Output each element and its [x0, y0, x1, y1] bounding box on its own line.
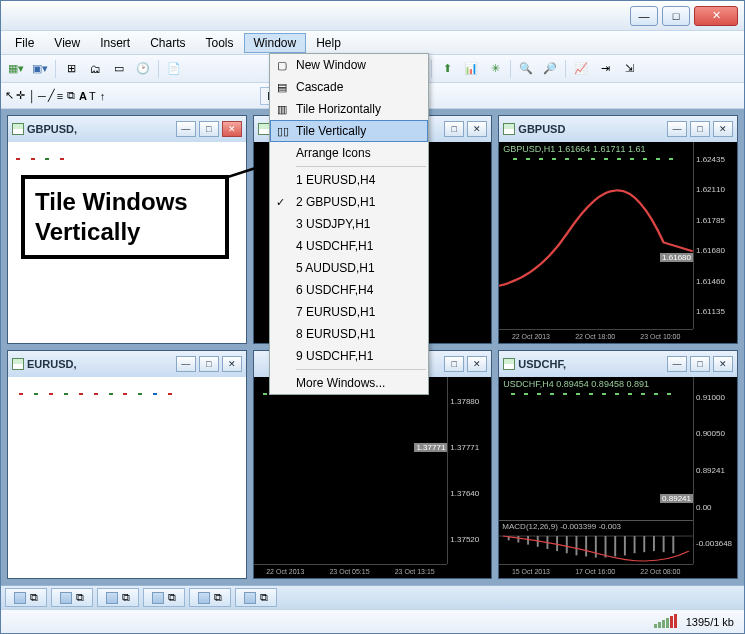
window-minimize-button[interactable]: —	[630, 6, 658, 26]
label-icon[interactable]: T	[89, 90, 96, 102]
market-watch-icon[interactable]: ⊞	[60, 59, 82, 79]
chart-max-button[interactable]: □	[199, 121, 219, 137]
window-tab[interactable]: ⧉	[235, 588, 277, 607]
tab-restore-icon: ⧉	[76, 591, 84, 604]
menu-cascade[interactable]: ▤Cascade	[270, 76, 428, 98]
menu-view[interactable]: View	[44, 33, 90, 53]
menu-window-7[interactable]: 7 EURUSD,H1	[270, 301, 428, 323]
chart-shift-icon[interactable]: ⇲	[618, 59, 640, 79]
menu-window-3[interactable]: 3 USDJPY,H1	[270, 213, 428, 235]
trendline-icon[interactable]: ╱	[48, 89, 55, 102]
window-tab[interactable]: ⧉	[97, 588, 139, 607]
window-tab[interactable]: ⧉	[143, 588, 185, 607]
chart-max-button[interactable]: □	[690, 356, 710, 372]
chart-canvas[interactable]	[8, 377, 246, 578]
indicator-icon-2[interactable]: 📊	[460, 59, 482, 79]
chart-min-button[interactable]: —	[667, 356, 687, 372]
chart-type-icon[interactable]: 📈	[570, 59, 592, 79]
menu-help[interactable]: Help	[306, 33, 351, 53]
chart-max-button[interactable]: □	[444, 121, 464, 137]
window-close-button[interactable]: ✕	[694, 6, 738, 26]
profiles-icon[interactable]: ▣▾	[29, 59, 51, 79]
time-axis: 15 Oct 201317 Oct 16:0022 Oct 08:00	[499, 564, 693, 578]
titlebar: — □ ✕	[1, 1, 744, 31]
auto-scroll-icon[interactable]: ⇥	[594, 59, 616, 79]
tab-restore-icon: ⧉	[168, 591, 176, 604]
window-maximize-button[interactable]: □	[662, 6, 690, 26]
menu-window-9[interactable]: 9 USDCHF,H1	[270, 345, 428, 367]
terminal-icon[interactable]: ▭	[108, 59, 130, 79]
macd-panel: MACD(12,26,9) -0.003399 -0.003	[499, 520, 693, 564]
tile-v-icon: ▯▯	[275, 123, 291, 139]
navigator-icon[interactable]: 🗂	[84, 59, 106, 79]
menu-arrange-icons[interactable]: Arrange Icons	[270, 142, 428, 164]
chart-titlebar[interactable]: GBPUSD — □ ✕	[499, 116, 737, 142]
chart-titlebar[interactable]: GBPUSD, — □ ✕	[8, 116, 246, 142]
tile-h-icon: ▥	[274, 101, 290, 117]
window-tab[interactable]: ⧉	[51, 588, 93, 607]
chart-icon	[258, 123, 270, 135]
tab-icon	[14, 592, 26, 604]
chart-max-button[interactable]: □	[199, 356, 219, 372]
chart-window-usdchf: USDCHF, — □ ✕ USDCHF,H4 0.89454 0.89458 …	[498, 350, 738, 579]
zoom-out-icon[interactable]: 🔎	[539, 59, 561, 79]
vline-icon[interactable]: │	[29, 90, 36, 102]
menu-window-2[interactable]: ✓2 GBPUSD,H1	[270, 191, 428, 213]
indicator-icon-1[interactable]: ⬆	[436, 59, 458, 79]
menu-charts[interactable]: Charts	[140, 33, 195, 53]
new-chart-icon[interactable]: ▦▾	[5, 59, 27, 79]
chart-close-button[interactable]: ✕	[222, 356, 242, 372]
menu-tile-horizontally[interactable]: ▥Tile Horizontally	[270, 98, 428, 120]
network-traffic-label: 1395/1 kb	[686, 616, 734, 628]
menu-window-4[interactable]: 4 USDCHF,H1	[270, 235, 428, 257]
chart-max-button[interactable]: □	[444, 356, 464, 372]
chart-canvas[interactable]: 1.378801.377711.376401.37520 1.37771 22 …	[254, 377, 492, 578]
menu-window-6[interactable]: 6 USDCHF,H4	[270, 279, 428, 301]
menu-separator	[296, 369, 426, 370]
chart-title: EURUSD,	[27, 358, 173, 370]
channel-icon[interactable]: ≡	[57, 90, 63, 102]
price-scale: 1.624351.621101.617851.616801.614601.611…	[693, 142, 737, 329]
price-scale: 0.910000.900500.892410.00-0.003648	[693, 377, 737, 564]
tab-icon	[198, 592, 210, 604]
strategy-tester-icon[interactable]: 🕑	[132, 59, 154, 79]
menu-window-5[interactable]: 5 AUDUSD,H1	[270, 257, 428, 279]
window-tab[interactable]: ⧉	[189, 588, 231, 607]
menu-tile-vertically[interactable]: ▯▯Tile Vertically	[270, 120, 428, 142]
indicator-icon-3[interactable]: ✳	[484, 59, 506, 79]
chart-canvas[interactable]: USDCHF,H4 0.89454 0.89458 0.891 0.910000…	[499, 377, 737, 578]
chart-canvas[interactable]: GBPUSD,H1 1.61664 1.61711 1.61 1.624351.…	[499, 142, 737, 343]
chart-titlebar[interactable]: EURUSD, — □ ✕	[8, 351, 246, 377]
menu-window-1[interactable]: 1 EURUSD,H4	[270, 169, 428, 191]
menu-new-window[interactable]: ▢New Window	[270, 54, 428, 76]
chart-min-button[interactable]: —	[176, 356, 196, 372]
menu-tools[interactable]: Tools	[196, 33, 244, 53]
crosshair-icon[interactable]: ✛	[16, 89, 25, 102]
chart-close-button[interactable]: ✕	[713, 121, 733, 137]
chart-close-button[interactable]: ✕	[222, 121, 242, 137]
chart-close-button[interactable]: ✕	[467, 356, 487, 372]
zoom-in-icon[interactable]: 🔍	[515, 59, 537, 79]
menu-window[interactable]: Window	[244, 33, 307, 53]
menu-window-8[interactable]: 8 EURUSD,H1	[270, 323, 428, 345]
arrow-icon[interactable]: ↑	[100, 90, 106, 102]
chart-close-button[interactable]: ✕	[713, 356, 733, 372]
menu-file[interactable]: File	[5, 33, 44, 53]
chart-titlebar[interactable]: USDCHF, — □ ✕	[499, 351, 737, 377]
chart-window-gbpusd-h1: GBPUSD — □ ✕ GBPUSD,H1 1.61664 1.61711 1…	[498, 115, 738, 344]
tab-icon	[106, 592, 118, 604]
tab-icon	[60, 592, 72, 604]
new-order-icon[interactable]: 📄	[163, 59, 185, 79]
chart-icon	[12, 358, 24, 370]
cursor-icon[interactable]: ↖	[5, 89, 14, 102]
hline-icon[interactable]: ─	[38, 90, 46, 102]
window-tab[interactable]: ⧉	[5, 588, 47, 607]
chart-min-button[interactable]: —	[667, 121, 687, 137]
text-icon[interactable]: A	[79, 90, 87, 102]
chart-min-button[interactable]: —	[176, 121, 196, 137]
chart-max-button[interactable]: □	[690, 121, 710, 137]
chart-close-button[interactable]: ✕	[467, 121, 487, 137]
menu-more-windows[interactable]: More Windows...	[270, 372, 428, 394]
menu-insert[interactable]: Insert	[90, 33, 140, 53]
fibo-icon[interactable]: ⧉	[67, 89, 75, 102]
